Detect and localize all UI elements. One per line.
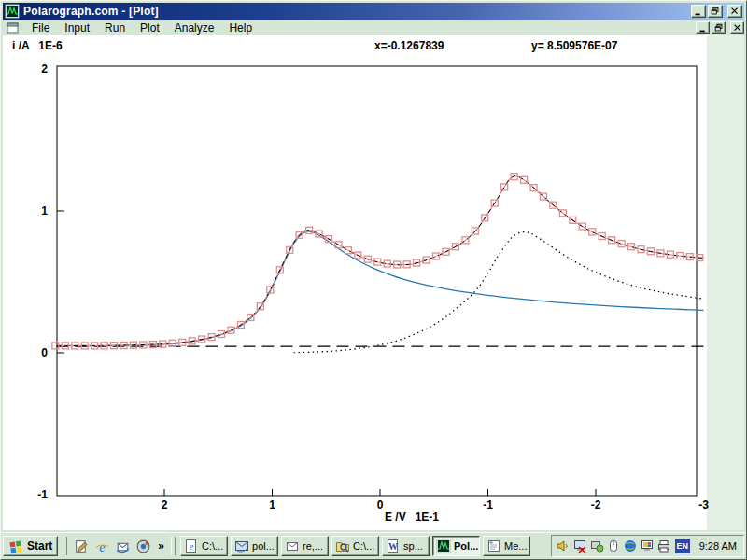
task-button-re[interactable]: re,...	[281, 536, 329, 556]
folder-search-icon	[335, 539, 350, 553]
x-axis-unit-label: E /V 1E-1	[356, 511, 468, 524]
svg-text:W: W	[388, 541, 398, 552]
windows-logo-icon	[8, 539, 24, 554]
minimize-button[interactable]	[691, 5, 706, 18]
tray-icons	[556, 539, 671, 553]
task-button-c[interactable]: eC:\...	[180, 536, 228, 556]
start-button[interactable]: Start	[3, 536, 58, 556]
y-tick-label: -1	[20, 488, 48, 501]
display-settings-icon[interactable]	[640, 539, 655, 553]
x-tick-label: 1	[260, 498, 286, 511]
x-tick-label: 2	[151, 498, 177, 511]
application-window: Polarograph.com - [Plot] FileInputRunPlo…	[0, 0, 747, 560]
window-title: Polarograph.com - [Plot]	[23, 5, 689, 18]
cursor-y-readout: y= 8.509576E-07	[531, 39, 617, 52]
quick-launch-overflow-chevron[interactable]: »	[156, 539, 166, 553]
mouse-icon[interactable]	[606, 539, 621, 553]
plot-client-area: i /A 1E-6 x=-0.1267839 y= 8.509576E-07 2…	[3, 35, 744, 533]
menu: FileInputRunPlotAnalyzeHelp	[24, 21, 260, 35]
client-right-margin	[707, 35, 744, 533]
polarograph-app-icon	[5, 4, 20, 19]
globe-icon[interactable]	[623, 539, 638, 553]
task-button-label: Pol...	[454, 540, 478, 552]
system-tray: EN 9:28 AM	[551, 535, 744, 557]
task-button-pol[interactable]: pol...	[231, 536, 278, 556]
task-button-me[interactable]: Me...	[483, 536, 530, 556]
internet-explorer-icon[interactable]: e	[94, 539, 110, 554]
task-button-label: C:\...	[353, 540, 374, 552]
menu-plot[interactable]: Plot	[133, 21, 167, 35]
menu-analyze[interactable]: Analyze	[167, 21, 222, 35]
media-player-icon[interactable]	[135, 539, 151, 554]
computer-error-icon[interactable]	[572, 539, 587, 553]
task-button-label: Me...	[504, 540, 527, 552]
x-tick-label: -3	[691, 498, 717, 511]
y-tick-label: 1	[20, 204, 48, 217]
title-bar[interactable]: Polarograph.com - [Plot]	[3, 3, 744, 20]
outlook-express-icon[interactable]	[115, 539, 131, 554]
menu-file[interactable]: File	[24, 21, 57, 35]
network-icon[interactable]	[589, 539, 604, 553]
word-doc-icon: W	[386, 539, 401, 553]
series-measured-data	[57, 176, 704, 346]
menu-bar: FileInputRunPlotAnalyzeHelp	[3, 20, 744, 35]
taskbar: Start e » eC:\...pol...re,...C:\...Wsp..…	[1, 532, 746, 559]
task-button-label: C:\...	[202, 540, 223, 552]
quick-launch-bar: e	[72, 539, 153, 554]
restore-button[interactable]	[708, 5, 723, 18]
language-indicator[interactable]: EN	[675, 539, 690, 553]
mdi-child-icon[interactable]	[6, 21, 21, 35]
speaker-icon[interactable]	[556, 539, 571, 553]
svg-text:e: e	[190, 540, 194, 552]
printer-icon[interactable]	[656, 539, 671, 553]
x-tick-label: 0	[367, 498, 393, 511]
polarogram-chart[interactable]	[3, 35, 747, 535]
task-button-c[interactable]: C:\...	[331, 536, 379, 556]
task-buttons-handle[interactable]	[171, 537, 176, 555]
ie-page-icon: e	[184, 539, 199, 553]
menu-help[interactable]: Help	[221, 21, 260, 35]
x-tick-label: -2	[583, 498, 609, 511]
menu-run[interactable]: Run	[97, 21, 133, 35]
plot-frame	[57, 66, 697, 496]
mail-app-icon	[234, 539, 249, 553]
task-button-label: re,...	[303, 540, 323, 552]
taskbar-clock[interactable]: 9:28 AM	[699, 540, 737, 552]
child-restore-button[interactable]	[712, 21, 726, 34]
y-tick-label: 0	[20, 346, 48, 359]
quick-launch-handle[interactable]	[63, 537, 67, 555]
cursor-x-readout: x=-0.1267839	[374, 39, 444, 52]
child-close-button[interactable]	[730, 21, 744, 34]
x-tick-label: -1	[475, 498, 501, 511]
child-window-controls	[694, 21, 744, 34]
envelope-icon	[285, 539, 300, 553]
svg-text:e: e	[100, 539, 106, 553]
task-buttons: eC:\...pol...re,...C:\...Wsp...Pol...Me.…	[180, 536, 530, 556]
series-component-1	[57, 231, 704, 346]
document-icon	[486, 539, 501, 553]
polarograph-icon	[436, 539, 451, 553]
y-tick-label: 2	[20, 63, 48, 76]
task-button-pol[interactable]: Pol...	[432, 536, 480, 556]
menu-input[interactable]: Input	[57, 21, 97, 35]
close-button[interactable]	[727, 5, 742, 18]
task-button-label: sp...	[403, 540, 423, 552]
child-minimize-button[interactable]	[696, 21, 710, 34]
window-controls	[689, 5, 742, 18]
y-axis-unit-label: i /A 1E-6	[12, 39, 63, 52]
task-button-sp[interactable]: Wsp...	[382, 536, 430, 556]
task-button-label: pol...	[252, 540, 275, 552]
show-desktop-icon[interactable]	[74, 539, 90, 554]
series-total-fit	[57, 176, 704, 346]
start-label: Start	[27, 539, 52, 553]
